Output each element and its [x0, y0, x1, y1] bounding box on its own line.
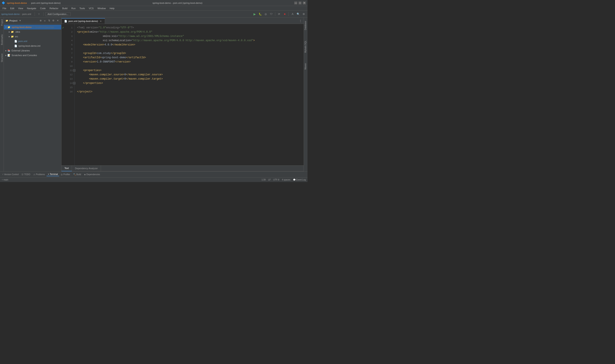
bookmarks-label: Bookmarks: [1, 34, 3, 45]
fold-icon-14[interactable]: -: [73, 82, 76, 84]
menu-edit[interactable]: Edit: [9, 7, 16, 10]
menu-build[interactable]: Build: [61, 7, 69, 10]
debug-button[interactable]: 🐛: [258, 12, 263, 17]
close-button[interactable]: ✕: [303, 1, 306, 4]
menu-code[interactable]: Code: [39, 7, 47, 10]
scratches-label: Scratches and Consoles: [12, 54, 37, 57]
dependency-analyzer-tab-label: Dependency Analyzer: [75, 167, 98, 170]
toolbar-separator-1: [35, 12, 35, 16]
tab-dependency-analyzer[interactable]: Dependency Analyzer: [72, 165, 101, 171]
menu-run[interactable]: Run: [70, 7, 77, 10]
tree-arrow-idea: ▶: [8, 30, 11, 33]
menu-window[interactable]: Window: [96, 7, 107, 10]
idea-folder-label: .idea: [15, 30, 20, 33]
line-num-13: 13: [65, 77, 74, 81]
search-everywhere-button[interactable]: 🔍: [296, 12, 301, 17]
breadcrumb-area: spring-boot-demo › pom.xml: [1, 13, 31, 16]
toolbar-separator-4: [288, 12, 289, 16]
code-line-15: [77, 85, 302, 90]
tree-arrow-iml: [12, 45, 14, 47]
tab-close-button[interactable]: ✕: [99, 20, 102, 23]
line-num-7: 7: [65, 51, 74, 55]
run-button[interactable]: ▶: [252, 12, 257, 17]
minimize-button[interactable]: —: [294, 1, 297, 4]
panel-header: 📁 Project ▼ ⊕ ≡ ⇅ ⚙ ✕: [4, 17, 61, 24]
pom-tab-icon: 📄: [64, 20, 67, 23]
code-line-11: <properties>: [77, 68, 302, 73]
panel-title-dropdown[interactable]: ▼: [19, 19, 21, 22]
encoding[interactable]: UTF-8: [273, 179, 279, 181]
line-num-6: 6: [65, 47, 74, 51]
profile-button[interactable]: ◎: [263, 12, 268, 17]
add-configuration-button[interactable]: Add Configuration...: [45, 12, 71, 16]
event-log-button[interactable]: 💬 Event Log: [293, 179, 306, 181]
problems-icon: ⚠: [33, 173, 35, 176]
tree-arrow-root: ▼: [5, 26, 7, 28]
profiler-button[interactable]: ◎ Profiler: [60, 173, 71, 176]
menu-file[interactable]: File: [1, 7, 8, 10]
structure-label: Structure: [1, 53, 3, 62]
tree-item-root[interactable]: ▼ 📁 spring-boot-demo E:\JavaWorkSpace\sp…: [4, 25, 61, 29]
line-ending[interactable]: LF: [268, 179, 271, 181]
profiler-icon: ◎: [61, 173, 63, 176]
tab-more-button[interactable]: ⋮: [297, 18, 304, 24]
terminal-button[interactable]: > Terminal: [47, 173, 59, 176]
menu-navigate[interactable]: Navigate: [25, 7, 38, 10]
database-panel-toggle[interactable]: Database: [304, 18, 308, 33]
maximize-button[interactable]: □: [299, 1, 301, 4]
breadcrumb-project[interactable]: spring-boot-demo: [1, 13, 20, 15]
tree-item-idea[interactable]: ▶ 📁 .idea: [4, 29, 61, 34]
settings-button[interactable]: ⚙: [301, 12, 306, 17]
sort-button[interactable]: ⇅: [47, 19, 51, 23]
code-content[interactable]: <?xml version="1.0" encoding="UTF-8"?> <…: [75, 24, 304, 165]
stop-button[interactable]: ■: [282, 12, 287, 17]
build-button[interactable]: 🔨 Build: [72, 173, 82, 176]
cursor-position[interactable]: 1:39: [262, 179, 265, 181]
problems-button[interactable]: ⚠ Problems: [32, 173, 46, 176]
toolbar-separator-3: [275, 12, 275, 16]
version-control-button[interactable]: ⑂ Version Control: [1, 173, 20, 176]
run-controls: ▶ 🐛 ◎ 🛡 ⟳ ■ A 🔍 ⚙: [252, 12, 306, 17]
tree-item-scratches[interactable]: ▶ 📝 Scratches and Consoles: [4, 53, 61, 58]
fold-icon-11[interactable]: -: [73, 69, 76, 72]
src-folder-icon: 📁: [11, 35, 14, 38]
tab-text[interactable]: Text: [62, 165, 72, 171]
menu-refactor[interactable]: Refactor: [48, 7, 60, 10]
panel-settings-button[interactable]: ⚙: [52, 19, 55, 23]
pom-file-label: pom.xml: [18, 40, 27, 42]
coverage-button[interactable]: 🛡: [269, 12, 274, 17]
close-panel-button[interactable]: ✕: [56, 19, 60, 23]
git-status[interactable]: ⑂ main: [2, 179, 8, 181]
left-status-buttons: ⑂ Version Control ☑ TODO ⚠ Problems > Te…: [0, 173, 102, 176]
menu-tools[interactable]: Tools: [78, 7, 87, 10]
tree-item-external[interactable]: ▶ 📚 External Libraries: [4, 48, 61, 53]
tree-item-src[interactable]: ▶ 📁 src: [4, 34, 61, 39]
locate-file-button[interactable]: ⊕: [39, 19, 42, 23]
project-panel-toggle[interactable]: Project: [0, 17, 4, 26]
maven-label: Maven: [304, 62, 307, 71]
structure-panel-toggle[interactable]: Structure: [0, 53, 4, 62]
translate-button[interactable]: A: [290, 12, 295, 17]
build-icon: 🔨: [73, 173, 76, 176]
tree-item-pom[interactable]: 📄 pom.xml: [4, 39, 61, 43]
bookmarks-panel-toggle[interactable]: Bookmarks: [0, 34, 4, 45]
status-bar: ⑂ main 1:39 LF UTF-8 4 spaces 💬 Event Lo…: [0, 177, 308, 182]
dependencies-button[interactable]: ◈ Dependencies: [83, 173, 101, 176]
todo-button[interactable]: ☑ TODO: [20, 173, 32, 176]
breadcrumb-file[interactable]: pom.xml: [22, 13, 31, 15]
collapse-all-button[interactable]: ≡: [43, 19, 47, 23]
git-branch-button[interactable]: ⑂: [37, 12, 42, 17]
menu-help[interactable]: Help: [108, 7, 116, 10]
line-num-16: 16: [65, 90, 74, 94]
menu-view[interactable]: View: [16, 7, 25, 10]
tree-arrow-external: ▶: [5, 49, 7, 52]
menu-vcs[interactable]: VCS: [87, 7, 95, 10]
tree-item-iml[interactable]: 📄 spring-boot-demo.iml: [4, 43, 61, 48]
event-log-icon: 💬: [293, 179, 296, 181]
indent[interactable]: 4 spaces: [282, 179, 290, 181]
refresh-button[interactable]: ⟳: [276, 12, 282, 17]
mybatis-sql-panel-toggle[interactable]: Mybatis SQL: [304, 38, 308, 56]
tab-pom-xml[interactable]: 📄 pom.xml (spring-boot-demo) ✕: [62, 18, 105, 24]
maven-panel-toggle[interactable]: Maven: [304, 61, 308, 73]
external-icon: 📚: [7, 49, 11, 52]
